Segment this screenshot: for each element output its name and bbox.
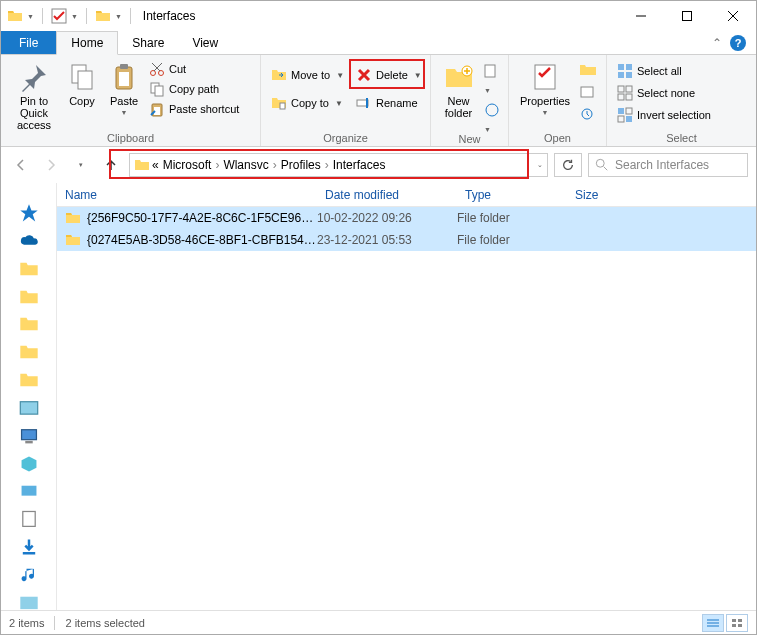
folder-icon[interactable] <box>19 287 39 307</box>
file-row[interactable]: {256F9C50-17F7-4A2E-8C6C-1F5CE96A53... 1… <box>57 207 756 229</box>
paste-shortcut-button[interactable]: Paste shortcut <box>149 101 239 117</box>
select-all-icon <box>617 63 633 79</box>
paste-icon <box>108 61 140 93</box>
paste-button[interactable]: Paste ▼ <box>103 57 145 117</box>
rename-button[interactable]: Rename <box>356 95 422 111</box>
folder-icon <box>95 8 111 24</box>
folder-move-icon <box>271 67 287 83</box>
properties-button[interactable]: Properties ▼ <box>515 57 575 117</box>
maximize-button[interactable] <box>664 1 710 31</box>
tab-file[interactable]: File <box>1 31 56 54</box>
tab-share[interactable]: Share <box>118 31 178 54</box>
edit-icon[interactable] <box>579 85 597 99</box>
new-item-icon[interactable] <box>484 63 502 79</box>
svg-rect-36 <box>626 116 632 122</box>
desktop-icon[interactable] <box>19 482 39 502</box>
select-all-button[interactable]: Select all <box>617 63 711 79</box>
folder-icon[interactable] <box>19 342 39 362</box>
new-folder-button[interactable]: New folder <box>437 57 480 119</box>
easy-access-icon[interactable] <box>484 102 502 118</box>
copy-path-button[interactable]: Copy path <box>149 81 239 97</box>
svg-rect-32 <box>626 94 632 100</box>
folder-icon[interactable] <box>19 370 39 390</box>
col-date[interactable]: Date modified <box>317 188 457 202</box>
col-type[interactable]: Type <box>457 188 567 202</box>
address-bar[interactable]: « Microsoft› Wlansvc› Profiles› Interfac… <box>129 153 548 177</box>
svg-rect-33 <box>618 108 624 114</box>
svg-rect-22 <box>535 65 555 89</box>
move-to-button[interactable]: Move to▼ <box>271 67 344 83</box>
group-label-open: Open <box>515 132 600 146</box>
svg-rect-2 <box>683 12 692 21</box>
breadcrumb-item[interactable]: Profiles› <box>279 158 331 172</box>
nav-tree[interactable] <box>1 183 57 613</box>
main-area: Name Date modified Type Size {256F9C50-1… <box>1 183 756 613</box>
group-label-select: Select <box>613 132 750 146</box>
details-view-button[interactable] <box>702 614 724 632</box>
status-selected-count: 2 items selected <box>65 617 144 629</box>
svg-rect-30 <box>626 86 632 92</box>
tab-home[interactable]: Home <box>56 31 118 55</box>
copy-button[interactable]: Copy <box>61 57 103 107</box>
invert-selection-button[interactable]: Invert selection <box>617 107 711 123</box>
tab-view[interactable]: View <box>178 31 232 54</box>
svg-rect-31 <box>618 94 624 100</box>
svg-rect-9 <box>119 72 129 86</box>
refresh-icon <box>561 158 575 172</box>
paste-shortcut-icon <box>149 101 165 117</box>
col-size[interactable]: Size <box>567 188 647 202</box>
this-pc-icon[interactable] <box>19 426 39 446</box>
onedrive-icon[interactable] <box>19 231 39 251</box>
downloads-icon[interactable] <box>19 537 39 557</box>
pin-icon <box>18 61 50 93</box>
file-list[interactable]: Name Date modified Type Size {256F9C50-1… <box>57 183 756 613</box>
folder-icon[interactable] <box>19 314 39 334</box>
group-label-new: New <box>437 133 502 147</box>
breadcrumb-item[interactable]: Microsoft› <box>161 158 222 172</box>
svg-rect-16 <box>280 103 285 109</box>
refresh-button[interactable] <box>554 153 582 177</box>
svg-rect-13 <box>155 86 163 96</box>
up-button[interactable] <box>99 153 123 177</box>
svg-rect-41 <box>25 441 32 443</box>
minimize-button[interactable] <box>618 1 664 31</box>
svg-rect-18 <box>366 98 368 108</box>
status-bar: 2 items 2 items selected <box>1 610 756 634</box>
breadcrumb-item[interactable]: Interfaces <box>331 158 388 172</box>
history-icon[interactable] <box>579 107 597 121</box>
music-icon[interactable] <box>19 565 39 585</box>
file-row[interactable]: {0274E5AB-3D58-46CE-8BF1-CBFB154CE... 23… <box>57 229 756 251</box>
svg-rect-23 <box>581 87 593 97</box>
open-icon[interactable] <box>579 63 597 77</box>
folder-icon <box>7 8 23 24</box>
documents-icon[interactable] <box>19 509 39 529</box>
select-none-button[interactable]: Select none <box>617 85 711 101</box>
recent-locations-button[interactable]: ▾ <box>69 153 93 177</box>
delete-button[interactable]: Delete▼ <box>356 67 422 83</box>
details-view-icon <box>707 618 719 628</box>
search-input[interactable]: Search Interfaces <box>588 153 748 177</box>
collapse-ribbon-icon[interactable]: ⌃ <box>712 36 722 50</box>
forward-button[interactable] <box>39 153 63 177</box>
col-name[interactable]: Name <box>57 188 317 202</box>
column-headers[interactable]: Name Date modified Type Size <box>57 183 756 207</box>
svg-rect-42 <box>21 485 36 495</box>
3d-objects-icon[interactable] <box>19 454 39 474</box>
qat-dropdown3-icon[interactable]: ▼ <box>115 13 122 20</box>
close-button[interactable] <box>710 1 756 31</box>
pictures-icon[interactable] <box>19 398 39 418</box>
address-dropdown-icon[interactable]: ⌄ <box>537 161 543 169</box>
folder-icon[interactable] <box>19 259 39 279</box>
large-icons-view-button[interactable] <box>726 614 748 632</box>
copy-to-button[interactable]: Copy to▼ <box>271 95 344 111</box>
pin-to-quick-access-button[interactable]: Pin to Quick access <box>7 57 61 131</box>
breadcrumb-item[interactable]: Wlansvc› <box>221 158 278 172</box>
help-icon[interactable]: ? <box>730 35 746 51</box>
group-label-clipboard: Clipboard <box>7 132 254 146</box>
quick-access-icon[interactable] <box>19 203 39 223</box>
properties-checkbox-icon[interactable] <box>51 8 67 24</box>
qat-dropdown2-icon[interactable]: ▼ <box>71 13 78 20</box>
cut-button[interactable]: Cut <box>149 61 239 77</box>
qat-dropdown-icon[interactable]: ▼ <box>27 13 34 20</box>
back-button[interactable] <box>9 153 33 177</box>
